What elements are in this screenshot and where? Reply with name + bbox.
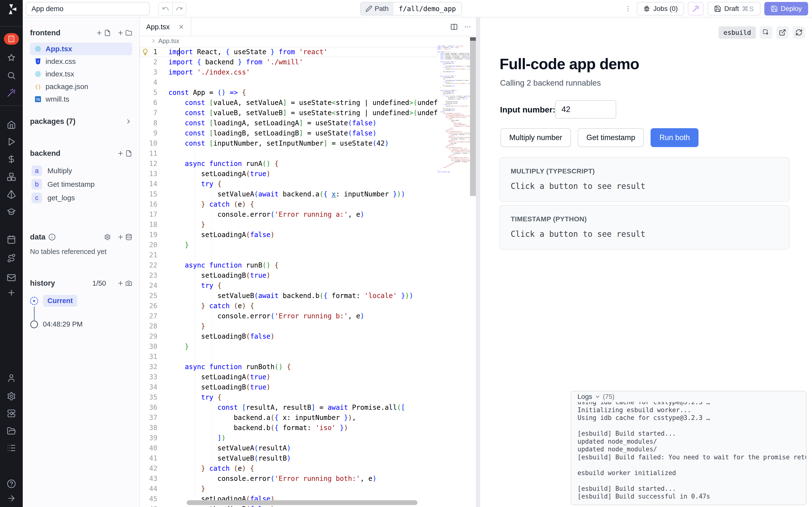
- logs-output[interactable]: using idb cache for csstype@3.2.3 …Initi…: [571, 398, 806, 505]
- code-line-44[interactable]: 44 }: [140, 484, 438, 494]
- code-line-37[interactable]: 37 backend.a({ x: inputNumber }),: [140, 413, 438, 423]
- deploy-button[interactable]: Deploy: [764, 2, 808, 15]
- code-line-18[interactable]: 18 }: [140, 220, 438, 230]
- get-timestamp-button[interactable]: Get timestamp: [578, 128, 644, 147]
- line-number[interactable]: 17: [140, 210, 168, 220]
- lightbulb-icon[interactable]: [141, 48, 149, 56]
- line-number[interactable]: 11: [140, 149, 168, 159]
- file-item-index-css[interactable]: 3index.css: [30, 55, 132, 68]
- ai-wand-button[interactable]: [688, 2, 704, 15]
- rail-icon-list[interactable]: [0, 441, 23, 455]
- windmill-logo-icon[interactable]: [4, 3, 19, 15]
- code-line-32[interactable]: 32 async function runBoth() {: [140, 362, 438, 372]
- line-number[interactable]: 23: [140, 270, 168, 281]
- code-line-23[interactable]: 23 setLoadingB(true): [140, 270, 438, 281]
- line-number[interactable]: 24: [140, 281, 168, 291]
- add-snapshot-button[interactable]: [117, 280, 132, 287]
- code-line-5[interactable]: 5const App = () => {: [140, 88, 438, 98]
- line-number[interactable]: 22: [140, 260, 168, 270]
- add-file-button[interactable]: [96, 30, 111, 36]
- code-line-9[interactable]: 9 const [loadingB, setLoadingB] = useSta…: [140, 128, 438, 138]
- code-line-33[interactable]: 33 setLoadingA(true): [140, 372, 438, 382]
- code-line-14[interactable]: 14 try {: [140, 179, 438, 189]
- code-line-15[interactable]: 15 setValueA(await backend.a({ x: inputN…: [140, 189, 438, 199]
- line-number[interactable]: 38: [140, 423, 168, 433]
- code-line-25[interactable]: 25 setValueB(await backend.b({ format: '…: [140, 291, 438, 301]
- rail-icon-play[interactable]: [0, 135, 23, 149]
- multiply-number-button[interactable]: Multiply number: [500, 128, 571, 147]
- rail-icon-mail[interactable]: [0, 271, 23, 285]
- rail-icon-graduation-cap[interactable]: [0, 205, 23, 218]
- rail-icon-arrow-right[interactable]: [0, 491, 23, 505]
- line-number[interactable]: 25: [140, 291, 168, 301]
- code-editor[interactable]: 1import React, { useState } from 'react'…: [140, 46, 438, 507]
- line-number[interactable]: 10: [140, 138, 168, 149]
- refresh-button[interactable]: [793, 26, 805, 39]
- code-line-17[interactable]: 17 console.error('Error running a:', e): [140, 210, 438, 220]
- rail-icon-boxes[interactable]: [0, 170, 23, 184]
- line-number[interactable]: 4: [140, 77, 168, 88]
- line-number[interactable]: 44: [140, 484, 168, 494]
- code-line-29[interactable]: 29 setLoadingB(false): [140, 331, 438, 342]
- undo-button[interactable]: [159, 2, 172, 15]
- code-line-41[interactable]: 41 setValueB(resultB): [140, 453, 438, 463]
- file-item-package-json[interactable]: {}package.json: [30, 80, 132, 93]
- code-line-2[interactable]: 2import { backend } from './wmill': [140, 57, 438, 67]
- jobs-button[interactable]: Jobs (0): [637, 2, 684, 15]
- line-number[interactable]: 32: [140, 362, 168, 372]
- line-number[interactable]: 37: [140, 413, 168, 423]
- file-item-index-tsx[interactable]: index.tsx: [30, 68, 132, 80]
- editor-vertical-scrollbar[interactable]: [470, 28, 476, 507]
- inspect-button[interactable]: [760, 26, 772, 39]
- code-line-36[interactable]: 36 const [resultA, resultB] = await Prom…: [140, 402, 438, 413]
- code-line-27[interactable]: 27 console.error('Error running b:', e): [140, 311, 438, 321]
- code-line-22[interactable]: 22 async function runB() {: [140, 260, 438, 270]
- add-runnable-button[interactable]: [117, 150, 132, 157]
- line-number[interactable]: 3: [140, 67, 168, 77]
- split-editor-icon[interactable]: [450, 23, 458, 31]
- code-line-20[interactable]: 20 }: [140, 240, 438, 250]
- redo-button[interactable]: [172, 2, 186, 15]
- panel-resize-handle[interactable]: [476, 17, 480, 507]
- line-number[interactable]: 19: [140, 230, 168, 240]
- code-line-13[interactable]: 13 setLoadingA(true): [140, 169, 438, 179]
- line-number[interactable]: 29: [140, 331, 168, 342]
- line-number[interactable]: 8: [140, 118, 168, 128]
- rail-icon-plus[interactable]: [0, 286, 23, 300]
- history-snapshot-row[interactable]: 04:48:29 PM: [30, 320, 132, 328]
- more-menu-button[interactable]: [623, 2, 633, 15]
- history-current-chip[interactable]: Current: [43, 295, 77, 307]
- code-line-8[interactable]: 8 const [loadingA, setLoadingA] = useSta…: [140, 118, 438, 128]
- line-number[interactable]: 30: [140, 342, 168, 352]
- add-folder-button[interactable]: [117, 30, 132, 36]
- info-icon[interactable]: [48, 233, 56, 241]
- line-number[interactable]: 34: [140, 382, 168, 392]
- code-line-6[interactable]: 6 const [valueA, setValueA] = useState<s…: [140, 98, 438, 108]
- rail-icon-home[interactable]: [0, 118, 23, 131]
- code-line-28[interactable]: 28 }: [140, 321, 438, 331]
- rail-icon-star[interactable]: [0, 51, 23, 65]
- app-name-input[interactable]: [25, 2, 150, 15]
- line-number[interactable]: 41: [140, 453, 168, 463]
- tab-app-tsx[interactable]: App.tsx: [140, 17, 191, 36]
- line-number[interactable]: 15: [140, 189, 168, 199]
- rail-icon-pyramid[interactable]: [0, 187, 23, 202]
- line-number[interactable]: 26: [140, 301, 168, 311]
- add-table-button[interactable]: [117, 234, 132, 240]
- code-line-38[interactable]: 38 backend.b({ format: 'iso' }): [140, 423, 438, 433]
- line-number[interactable]: 7: [140, 108, 168, 118]
- code-line-39[interactable]: 39 ]): [140, 433, 438, 443]
- code-line-34[interactable]: 34 setLoadingB(true): [140, 382, 438, 392]
- rail-icon-search[interactable]: [0, 68, 23, 82]
- runnable-item-c[interactable]: cget_logs: [30, 191, 132, 205]
- code-line-24[interactable]: 24 try {: [140, 281, 438, 291]
- code-line-21[interactable]: 21: [140, 250, 438, 260]
- code-line-1[interactable]: 1import React, { useState } from 'react': [140, 47, 438, 57]
- line-number[interactable]: 9: [140, 128, 168, 138]
- rail-icon-user[interactable]: [0, 371, 23, 385]
- line-number[interactable]: 2: [140, 57, 168, 67]
- line-number[interactable]: 16: [140, 199, 168, 210]
- rail-icon-folder-open[interactable]: [0, 424, 23, 438]
- line-number[interactable]: 40: [140, 443, 168, 453]
- line-number[interactable]: 39: [140, 433, 168, 443]
